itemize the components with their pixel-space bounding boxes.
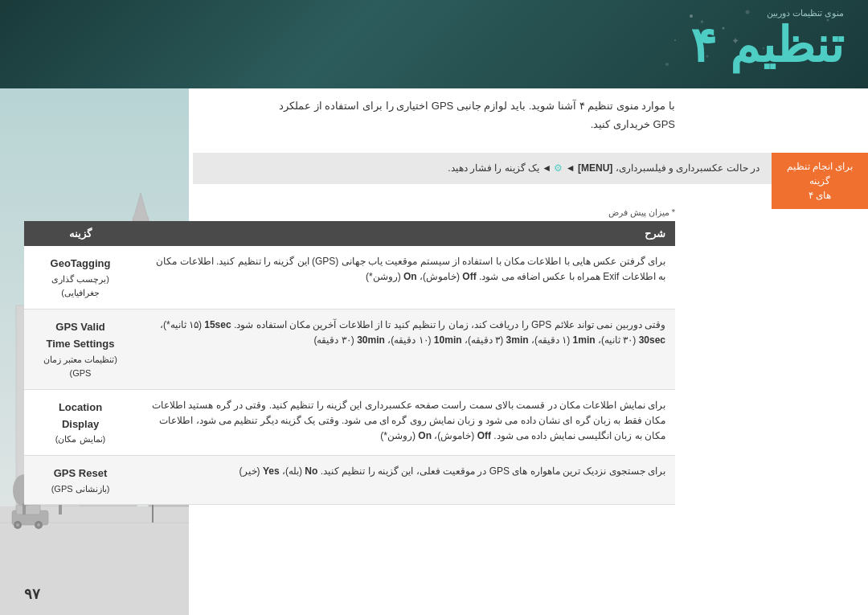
desc-geotagging: برای گرفتن عکس هایی با اطلاعات مکان با ا…: [137, 246, 675, 309]
svg-point-50: [16, 523, 19, 527]
option-gps-reset: GPS Reset (بازنشانی GPS): [24, 455, 137, 504]
header-main-title: تنظیم ۴: [690, 22, 844, 70]
table-header-description: شرح: [137, 221, 675, 246]
table-header-option: گزینه: [24, 221, 137, 246]
desc-location-display: برای نمایش اطلاعات مکان در قسمت بالای سم…: [137, 389, 675, 455]
option-gps-valid: GPS Valid Time Settings (تنظیمات معتبر ز…: [24, 309, 137, 389]
default-mark: * میزان پیش فرض: [608, 207, 675, 218]
intro-text: با موارد منوی تنظیم ۴ آشنا شوید. باید لو…: [24, 96, 675, 134]
instruction-box: در حالت عکسبرداری و فیلسبرداری، [MENU] ◄…: [193, 153, 772, 184]
option-location-display: Location Display (نمایش مکان): [24, 389, 137, 455]
page-number: ۹۷: [24, 585, 40, 603]
svg-point-2: [674, 39, 676, 41]
orange-tab-line1: برای انجام تنظیم گزینه: [781, 159, 858, 188]
header-title-area: منوی تنظیمات دوربین تنظیم ۴: [690, 8, 844, 70]
desc-gps-valid: وقتی دوربین نمی تواند علائم GPS را دریاف…: [137, 309, 675, 389]
svg-point-52: [37, 523, 40, 527]
table-row: GPS Reset (بازنشانی GPS) برای جستجوی نزد…: [24, 455, 675, 504]
desc-gps-reset: برای جستجوی نزدیک ترین ماهواره های GPS د…: [137, 455, 675, 504]
orange-tab: برای انجام تنظیم گزینه های ۴: [772, 153, 868, 209]
intro-line1: با موارد منوی تنظیم ۴ آشنا شوید. باید لو…: [24, 96, 675, 115]
orange-tab-line2: های ۴: [781, 188, 858, 203]
instruction-text: در حالت عکسبرداری و فیلسبرداری، [MENU] ◄…: [448, 162, 760, 174]
svg-rect-48: [16, 505, 40, 515]
settings-table: گزینه شرح GeoTagging (برچسب گذاری جغرافی…: [24, 221, 675, 505]
intro-line2: GPS خریداری کنید.: [24, 115, 675, 133]
table-row: GeoTagging (برچسب گذاری جغرافیایی) برای …: [24, 246, 675, 309]
svg-point-7: [665, 63, 669, 66]
option-geotagging: GeoTagging (برچسب گذاری جغرافیایی): [24, 246, 137, 309]
table-row: GPS Valid Time Settings (تنظیمات معتبر ز…: [24, 309, 675, 389]
header-subtitle: منوی تنظیمات دوربین: [690, 8, 844, 18]
table-row: Location Display (نمایش مکان) برای نمایش…: [24, 389, 675, 455]
